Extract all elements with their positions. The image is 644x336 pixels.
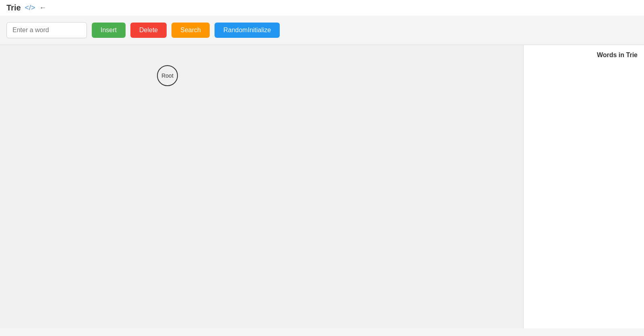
back-icon[interactable]: ← bbox=[39, 4, 47, 12]
root-node: Root bbox=[157, 65, 178, 86]
random-initialize-button[interactable]: RandomInitialize bbox=[215, 23, 280, 38]
page-title: Trie bbox=[6, 3, 21, 12]
trie-canvas: Root bbox=[0, 45, 523, 328]
sidebar-title: Words in Trie bbox=[530, 52, 638, 59]
sidebar: Words in Trie bbox=[523, 45, 644, 328]
main-area: Root Words in Trie bbox=[0, 45, 644, 328]
search-button[interactable]: Search bbox=[171, 23, 210, 38]
insert-button[interactable]: Insert bbox=[92, 23, 126, 38]
code-icon[interactable]: </> bbox=[25, 4, 35, 12]
delete-button[interactable]: Delete bbox=[130, 23, 167, 38]
word-input[interactable] bbox=[6, 22, 87, 38]
toolbar: Insert Delete Search RandomInitialize bbox=[0, 16, 644, 45]
header: Trie </> ← bbox=[0, 0, 644, 16]
